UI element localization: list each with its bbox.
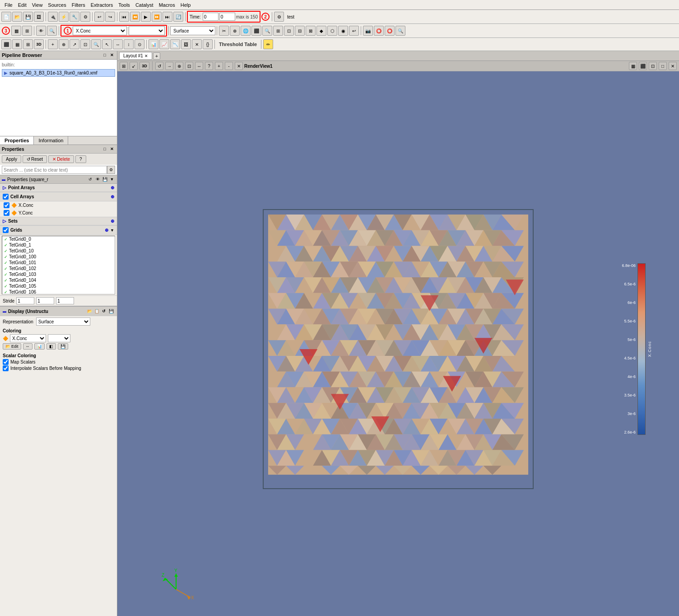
select3-btn[interactable]: ⊟ <box>295 26 305 36</box>
stride-input-2[interactable] <box>36 297 54 304</box>
rv-del-btn[interactable]: - <box>225 62 233 70</box>
layout-btn-1[interactable]: ▦ <box>11 26 21 36</box>
connect-btn[interactable]: 🔌 <box>48 12 58 22</box>
select6-btn[interactable]: ⬡ <box>327 26 337 36</box>
disconnect-btn[interactable]: ⚡ <box>59 12 69 22</box>
play-begin-btn[interactable]: ⏮ <box>119 12 129 22</box>
menu-help[interactable]: Help <box>178 1 194 9</box>
menu-sources[interactable]: Sources <box>45 1 69 9</box>
undo2-btn[interactable]: ↩ <box>349 26 359 36</box>
display-collapse-icon[interactable]: ▬ <box>3 309 6 313</box>
rv-cam4[interactable]: ⊡ <box>185 62 193 70</box>
merge-btn[interactable]: ⊕ <box>230 26 240 36</box>
rv-maximize-btn[interactable]: □ <box>659 62 667 70</box>
coloring-range-select[interactable] <box>48 334 70 342</box>
rv-layout-2[interactable]: ⬛ <box>639 62 647 70</box>
tool4[interactable]: ⚙ <box>80 12 90 22</box>
axis2-btn[interactable]: ⊕ <box>59 39 69 49</box>
help-btn[interactable]: ? <box>75 155 86 163</box>
menu-view[interactable]: View <box>29 1 46 9</box>
open-file-btn[interactable]: 📂 <box>12 12 22 22</box>
rv-close2-btn[interactable]: ✕ <box>669 62 677 70</box>
rescale-btn[interactable]: ↔ <box>23 343 33 350</box>
apply-btn[interactable]: Apply <box>2 155 21 163</box>
img-btn[interactable]: 🖼 <box>181 39 191 49</box>
3d-btn[interactable]: 3D <box>34 39 44 49</box>
opacity-btn[interactable]: ◧ <box>47 343 56 350</box>
rv-cam6[interactable]: ? <box>205 62 213 70</box>
play-btn[interactable]: ▶ <box>141 12 151 22</box>
display-copy-icon[interactable]: 📋 <box>93 308 100 314</box>
play-prev-btn[interactable]: ⏪ <box>130 12 140 22</box>
menu-edit[interactable]: Edit <box>15 1 29 9</box>
panel-undock-icon[interactable]: □ <box>102 52 108 58</box>
layout-btn-2[interactable]: ⊞ <box>22 26 32 36</box>
panel-close-icon[interactable]: ✕ <box>109 52 115 58</box>
props-view-icon[interactable]: 👁 <box>94 176 101 182</box>
props-save-icon[interactable]: 💾 <box>102 176 108 182</box>
menu-catalyst[interactable]: Catalyst <box>133 1 156 9</box>
eye-btn[interactable]: 👁 <box>36 26 46 36</box>
display-reload-icon[interactable]: ↺ <box>101 308 107 314</box>
tab-properties[interactable]: Properties <box>0 136 34 145</box>
play-next-btn[interactable]: ⏩ <box>152 12 162 22</box>
reset-btn[interactable]: ↺ Reset <box>23 155 47 163</box>
point-arrays-circle[interactable]: ⊕ <box>111 185 114 190</box>
legend-btn[interactable]: 📊 <box>34 343 45 350</box>
save-file-btn[interactable]: 💾 <box>23 12 33 22</box>
menu-macros[interactable]: Macros <box>156 1 178 9</box>
interpolate-scalars-checkbox[interactable] <box>3 365 9 371</box>
rv-toolbar-1[interactable]: ⊞ <box>120 62 128 70</box>
select1-btn[interactable]: ⊞ <box>273 26 283 36</box>
zoom-sel-btn[interactable]: 🔍 <box>91 39 101 49</box>
rv-toolbar-2[interactable]: ↙ <box>130 62 138 70</box>
props-group-collapse-icon[interactable]: ▬ <box>2 177 5 182</box>
cell-arrays-circle[interactable]: ⊕ <box>111 194 114 199</box>
props-reload-icon[interactable]: ↺ <box>87 176 93 182</box>
props-close-icon[interactable]: ✕ <box>109 146 115 152</box>
time-input-2[interactable] <box>219 13 235 21</box>
reset-cam-btn[interactable]: ⊡ <box>80 39 90 49</box>
highlight-btn[interactable]: ✏ <box>263 39 273 49</box>
rv-cam2[interactable]: → <box>165 62 173 70</box>
pipeline-file-item[interactable]: ▶ square_A0_3_B3_D1e-13_Run0_rank0.xmf <box>2 69 115 77</box>
rv-toolbar-3d[interactable]: 3D <box>140 62 149 70</box>
cam4-btn[interactable]: ↔ <box>113 39 123 49</box>
tab-information[interactable]: Information <box>34 136 68 145</box>
display-save-icon[interactable]: 💾 <box>108 308 114 314</box>
grids-circle[interactable]: ⊕ <box>105 228 108 233</box>
cam5-btn[interactable]: ↕ <box>124 39 134 49</box>
chart1-btn[interactable]: 📊 <box>149 39 158 49</box>
layout-tab-close-icon[interactable]: ✕ <box>144 54 148 58</box>
surface-selector[interactable]: Surface <box>170 26 215 35</box>
chart2-btn[interactable]: 📈 <box>159 39 169 49</box>
earth-btn[interactable]: 🌐 <box>241 26 251 36</box>
sets-circle[interactable]: ⊕ <box>111 219 114 224</box>
zoom-btn[interactable]: 🔍 <box>262 26 272 36</box>
props-undock-icon[interactable]: □ <box>102 146 108 152</box>
color-save-btn[interactable]: 💾 <box>58 343 68 350</box>
map-scalars-checkbox[interactable] <box>3 359 9 365</box>
eye2-btn[interactable]: 🔍 <box>47 26 57 36</box>
stride-input-3[interactable] <box>56 297 74 304</box>
view1-btn[interactable]: ⬛ <box>1 39 11 49</box>
filter-btn[interactable]: ✂ <box>219 26 229 36</box>
grids-checkbox[interactable] <box>3 227 9 233</box>
render-canvas[interactable]: 6.8e-06 6.5e-6 6e-6 5.5e-6 5e-6 4.5e-6 4… <box>117 71 679 616</box>
display-load-icon[interactable]: 📂 <box>86 308 93 314</box>
menu-extractors[interactable]: Extractors <box>88 1 116 9</box>
new-file-btn[interactable]: 📄 <box>1 12 11 22</box>
props-search-settings-btn[interactable]: ⚙ <box>107 166 115 174</box>
rv-cam1[interactable]: ↺ <box>155 62 163 70</box>
rv-close-btn[interactable]: ✕ <box>235 62 243 70</box>
rec2-btn[interactable]: ⭕ <box>385 26 395 36</box>
view3-btn[interactable]: ⊞ <box>23 39 33 49</box>
rv-layout-3[interactable]: ⊡ <box>649 62 657 70</box>
save-screenshot-btn[interactable]: 🖼 <box>34 12 44 22</box>
undo-btn[interactable]: ↩ <box>94 12 104 22</box>
axis1-btn[interactable]: + <box>48 39 58 49</box>
rv-add-btn[interactable]: + <box>215 62 223 70</box>
menu-file[interactable]: File <box>2 1 15 9</box>
tool3[interactable]: 🔧 <box>70 12 79 22</box>
braces-btn[interactable]: {} <box>203 39 213 49</box>
